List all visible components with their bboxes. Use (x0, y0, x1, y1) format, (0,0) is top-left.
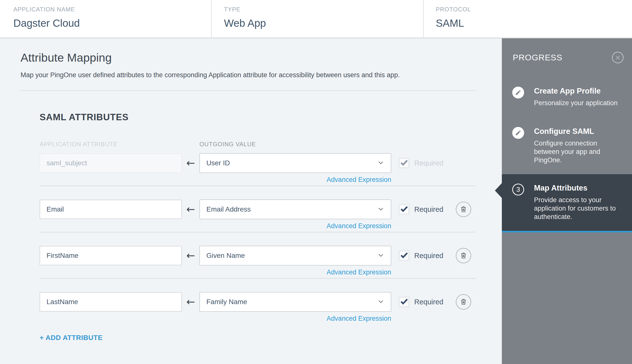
attribute-row-firstname: ← Given Name Required (40, 246, 476, 266)
application-attribute-input[interactable] (40, 246, 182, 265)
close-button[interactable] (612, 52, 624, 63)
add-attribute-button[interactable]: + ADD ATTRIBUTE (40, 334, 103, 342)
progress-step-map-attributes[interactable]: 3 Map Attributes Provide access to your … (502, 174, 632, 232)
outgoing-value-select[interactable]: Family Name (200, 292, 391, 312)
row-divider (40, 186, 476, 186)
outgoing-value-selected: Given Name (206, 252, 377, 260)
application-name-label: APPLICATION NAME (13, 6, 211, 13)
application-attribute-column-label: APPLICATION ATTRIBUTE (40, 141, 200, 148)
advanced-expression-line: Advanced Expression (40, 176, 391, 184)
advanced-expression-link[interactable]: Advanced Expression (327, 222, 391, 230)
progress-step-create-app-profile[interactable]: Create App Profile Personalize your appl… (502, 86, 632, 107)
outgoing-value-select[interactable]: Given Name (200, 246, 391, 266)
left-arrow-icon: ← (182, 292, 200, 312)
row-divider (40, 278, 476, 279)
progress-header: PROGRESS (502, 38, 632, 63)
delete-attribute-button[interactable] (456, 294, 471, 310)
protocol-label: PROTOCOL (436, 6, 632, 13)
progress-step-configure-saml[interactable]: Configure SAML Configure connection betw… (502, 127, 632, 164)
page-title: Attribute Mapping (20, 51, 502, 64)
trash-icon (460, 298, 468, 306)
required-label: Required (414, 252, 444, 260)
attribute-mapping-panel: Attribute Mapping Map your PingOne user … (0, 38, 502, 364)
attribute-row-email: ← Email Address Required (40, 200, 476, 219)
step-number-badge: 3 (512, 184, 524, 196)
type-value: Web App (224, 17, 423, 29)
step-title: Map Attributes (534, 184, 622, 192)
left-arrow-icon: ← (182, 246, 200, 266)
check-icon (400, 297, 409, 306)
left-arrow-icon: ← (182, 200, 200, 219)
application-attribute-input[interactable] (40, 200, 182, 219)
progress-title: PROGRESS (513, 53, 562, 62)
trash-icon (460, 252, 468, 260)
outgoing-value-selected: Family Name (206, 298, 377, 306)
trash-icon (460, 206, 468, 213)
outgoing-value-selected: Email Address (206, 206, 377, 213)
chevron-down-icon (377, 206, 384, 213)
left-arrow-icon: ← (182, 153, 200, 173)
column-headers: APPLICATION ATTRIBUTE OUTGOING VALUE (40, 141, 502, 148)
chevron-down-icon (377, 252, 384, 260)
page-description: Map your PingOne user defined attributes… (20, 71, 502, 79)
advanced-expression-link[interactable]: Advanced Expression (327, 315, 391, 322)
close-icon (615, 55, 621, 61)
application-attribute-input[interactable] (40, 292, 182, 312)
title-divider (20, 90, 476, 91)
step-text: Create App Profile Personalize your appl… (534, 86, 618, 107)
advanced-expression-line: Advanced Expression (40, 222, 391, 230)
step-description: Configure connection between your app an… (534, 139, 622, 164)
step-description: Provide access to your application for c… (534, 196, 622, 221)
step-description: Personalize your application (534, 99, 618, 107)
required-checkbox (398, 158, 410, 169)
row-divider (40, 232, 476, 232)
attribute-row-lastname: ← Family Name Required (40, 292, 476, 312)
step-text: Map Attributes Provide access to your ap… (534, 184, 622, 221)
outgoing-value-selected: User ID (206, 159, 377, 167)
attribute-row-saml-subject: ← User ID Required (40, 153, 476, 173)
step-text: Configure SAML Configure connection betw… (534, 127, 622, 164)
check-icon (400, 250, 409, 260)
header-field-protocol: PROTOCOL SAML (423, 0, 632, 38)
application-name-value: Dagster Cloud (13, 17, 211, 29)
chevron-down-icon (377, 298, 384, 306)
delete-attribute-button[interactable] (456, 248, 471, 263)
outgoing-value-column-label: OUTGOING VALUE (200, 141, 256, 148)
advanced-expression-line: Advanced Expression (40, 268, 391, 276)
check-icon (400, 158, 409, 167)
application-attribute-input (40, 154, 182, 173)
required-label: Required (414, 298, 444, 306)
required-checkbox[interactable] (398, 250, 410, 261)
app-summary-header: APPLICATION NAME Dagster Cloud TYPE Web … (0, 0, 632, 38)
required-checkbox[interactable] (398, 204, 410, 215)
step-title: Create App Profile (534, 86, 618, 96)
type-label: TYPE (224, 6, 423, 13)
advanced-expression-link[interactable]: Advanced Expression (327, 268, 391, 276)
advanced-expression-link[interactable]: Advanced Expression (327, 176, 391, 183)
protocol-value: SAML (436, 17, 632, 29)
saml-attributes-heading: SAML ATTRIBUTES (40, 112, 502, 122)
progress-sidebar: PROGRESS Create App Profile Personalize … (502, 38, 632, 364)
pencil-icon (512, 127, 524, 139)
advanced-expression-line: Advanced Expression (40, 315, 391, 322)
outgoing-value-select[interactable]: Email Address (200, 200, 391, 219)
required-label: Required (414, 159, 444, 167)
check-icon (400, 204, 409, 214)
step-title: Configure SAML (534, 127, 622, 136)
outgoing-value-select[interactable]: User ID (200, 153, 391, 173)
pencil-icon (512, 86, 524, 98)
delete-attribute-button[interactable] (456, 202, 471, 217)
header-field-application-name: APPLICATION NAME Dagster Cloud (0, 0, 211, 38)
required-label: Required (414, 206, 444, 214)
header-field-type: TYPE Web App (211, 0, 423, 38)
chevron-down-icon (377, 159, 384, 167)
required-checkbox[interactable] (398, 296, 410, 308)
app-window: APPLICATION NAME Dagster Cloud TYPE Web … (0, 0, 632, 364)
